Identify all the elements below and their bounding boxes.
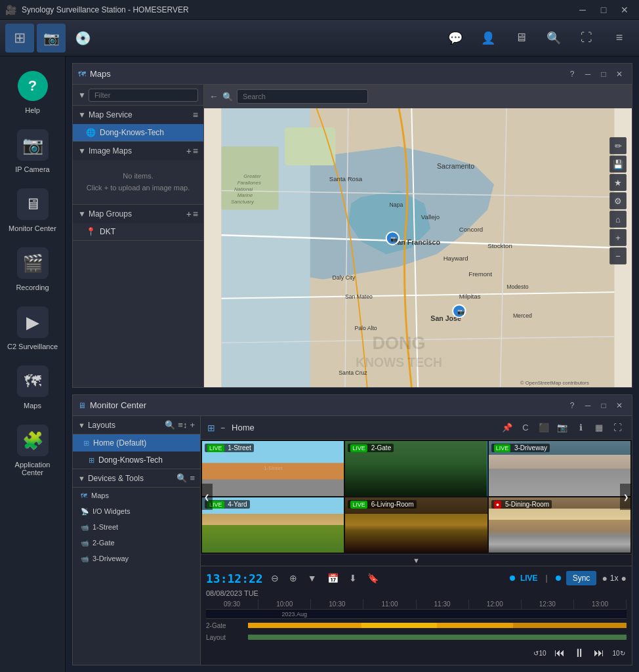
maximize-button[interactable]: □ <box>594 3 613 16</box>
mh-pin-button[interactable]: 📌 <box>499 420 515 436</box>
device-street-item[interactable]: 📹 1-Street <box>73 519 200 535</box>
map-service-menu-icon[interactable]: ≡ <box>193 110 198 120</box>
monitor-help-button[interactable]: ? <box>565 398 579 413</box>
tl-zoom-out-button[interactable]: ⊖ <box>268 572 281 585</box>
layouts-search-icon[interactable]: 🔍 <box>165 420 175 430</box>
map-edit-button[interactable]: ✏ <box>609 137 627 154</box>
map-back-button[interactable]: ← <box>209 91 218 102</box>
maps-restore-button[interactable]: □ <box>596 67 611 81</box>
maps-close-button[interactable]: ✕ <box>612 67 627 81</box>
devices-menu-icon[interactable]: ≡ <box>190 473 195 483</box>
toolbar-user-button[interactable]: 👤 <box>474 24 503 52</box>
sidebar-item-c2[interactable]: ▶ C2 Surveillance <box>3 299 62 356</box>
svg-text:Milpitas: Milpitas <box>459 293 481 300</box>
maps-image-maps-section: ▼ Image Maps + ≡ No items. Click + to up… <box>73 142 203 205</box>
layout-home-item[interactable]: ⊞ Home (Default) <box>73 434 200 452</box>
cam-track-label: 2-Gate <box>206 622 245 629</box>
pb-next-button[interactable]: ⏭ <box>591 645 607 661</box>
cam-track[interactable] <box>248 623 627 628</box>
map-groups-header[interactable]: ▼ Map Groups + ≡ <box>73 205 203 223</box>
camera-cell-dining[interactable]: ● 5-Dining-Room <box>489 497 630 553</box>
image-maps-menu-icon[interactable]: ≡ <box>193 146 198 156</box>
device-gate-item[interactable]: 📹 2-Gate <box>73 535 200 551</box>
sidebar-item-maps[interactable]: 🗺 Maps <box>3 358 62 415</box>
tl-filter-button[interactable]: ▼ <box>305 572 320 585</box>
map-zoom-in-button[interactable]: + <box>609 229 627 246</box>
tl-bookmark-button[interactable]: 🔖 <box>365 572 381 585</box>
map-star-button[interactable]: ★ <box>609 174 627 191</box>
grid-scroll-right[interactable]: ❯ <box>620 484 632 510</box>
map-settings-button[interactable]: ⚙ <box>609 192 627 209</box>
toolbar-apps-button[interactable]: ⊞ <box>5 24 34 52</box>
device-driveway-item[interactable]: 📹 3-Driveway <box>73 551 200 566</box>
layout-track[interactable] <box>248 635 627 640</box>
pb-rewind-10-button[interactable]: ↺10 <box>532 645 548 661</box>
image-maps-header[interactable]: ▼ Image Maps + ≡ <box>73 142 203 160</box>
maps-help-button[interactable]: ? <box>565 67 579 81</box>
sidebar-item-recording[interactable]: 🎬 Recording <box>3 240 62 297</box>
mh-snap-button[interactable]: 📷 <box>554 420 570 436</box>
camera-cell-yard[interactable]: LIVE 4-Yard <box>202 497 344 553</box>
mh-expand-button[interactable]: ⛶ <box>609 420 625 436</box>
map-zoom-out-button[interactable]: − <box>609 247 627 264</box>
camera-cell-driveway[interactable]: LIVE 3-Driveway <box>489 441 630 496</box>
toolbar-chat-button[interactable]: 💬 <box>441 24 470 52</box>
monitor-restore-button[interactable]: □ <box>596 398 611 413</box>
pb-play-button[interactable]: ⏸ <box>571 645 587 661</box>
mh-camera-button[interactable]: C <box>518 420 533 436</box>
toolbar-fullscreen-button[interactable]: ⛶ <box>572 24 601 52</box>
monitor-minimize-button[interactable]: ─ <box>581 398 595 413</box>
mh-layout-button[interactable]: ▦ <box>591 420 607 436</box>
maps-minimize-button[interactable]: ─ <box>581 67 595 81</box>
mh-record-button[interactable]: ⬛ <box>536 420 552 436</box>
sidebar-item-help[interactable]: ? Help <box>3 63 62 119</box>
device-io-item[interactable]: 📡 I/O Widgets <box>73 503 200 519</box>
devices-section-header[interactable]: ▼ Devices & Tools 🔍 ≡ <box>73 469 200 488</box>
device-maps-item[interactable]: 🗺 Maps <box>73 488 200 503</box>
map-service-dong-item[interactable]: 🌐 Dong-Knows-Tech <box>73 124 203 141</box>
layouts-add-icon[interactable]: + <box>190 420 195 430</box>
tl-calendar-button[interactable]: 📅 <box>325 572 341 585</box>
close-button[interactable]: ✕ <box>615 3 634 16</box>
layouts-sort-icon[interactable]: ≡↕ <box>178 420 187 430</box>
sync-button[interactable]: Sync <box>566 571 597 585</box>
camera-cell-gate[interactable]: LIVE 2-Gate <box>345 441 487 496</box>
toolbar-disk-button[interactable]: 💿 <box>68 24 97 52</box>
image-maps-add-icon[interactable]: + <box>186 146 192 156</box>
minimize-button[interactable]: ─ <box>573 3 592 16</box>
pb-forward-10-button[interactable]: 10↻ <box>611 645 627 661</box>
speed-minus-button[interactable]: ● <box>602 573 607 583</box>
pb-prev-button[interactable]: ⏮ <box>552 645 567 661</box>
mh-info-button[interactable]: ℹ <box>573 420 588 436</box>
home-view-label: Home <box>232 423 494 432</box>
svg-text:1-Street: 1-Street <box>264 465 283 471</box>
map-search-input[interactable] <box>237 89 368 104</box>
tl-download-button[interactable]: ⬇ <box>346 572 360 585</box>
sidebar-item-ip-camera[interactable]: 📷 IP Camera <box>3 122 62 178</box>
map-home-button[interactable]: ⌂ <box>609 211 627 228</box>
tl-zoom-in-button[interactable]: ⊕ <box>287 572 300 585</box>
map-save-button[interactable]: 💾 <box>609 156 627 173</box>
speed-plus-button[interactable]: ● <box>621 573 627 583</box>
sidebar-item-app-center[interactable]: 🧩 Application Center <box>3 417 62 482</box>
toolbar-camera-button[interactable]: 📷 <box>37 24 66 52</box>
toolbar-menu-button[interactable]: ≡ <box>605 24 634 52</box>
maps-filter-input[interactable] <box>89 89 198 102</box>
toolbar-search-button[interactable]: 🔍 <box>539 24 568 52</box>
map-groups-add-icon[interactable]: + <box>186 209 192 219</box>
map-service-header[interactable]: ▼ Map Service ≡ <box>73 106 203 124</box>
grid-scroll-left[interactable]: ❮ <box>201 484 213 510</box>
camera-cell-living[interactable]: LIVE 6-Living-Room <box>345 497 487 553</box>
date-row: 08/08/2023 TUE <box>206 587 627 599</box>
monitor-close-button[interactable]: ✕ <box>612 398 627 413</box>
devices-search-icon[interactable]: 🔍 <box>176 473 187 483</box>
layout-track-row: Layout <box>206 632 627 642</box>
grid-expand-row[interactable]: ▼ <box>201 554 632 566</box>
sidebar-item-monitor-center[interactable]: 🖥 Monitor Center <box>3 181 62 238</box>
toolbar-monitor-button[interactable]: 🖥 <box>506 24 535 52</box>
map-group-dkt-item[interactable]: 📍 DKT <box>73 223 203 240</box>
camera-cell-street[interactable]: 1-Street LIVE 1-Street <box>202 441 344 496</box>
layouts-section-header[interactable]: ▼ Layouts 🔍 ≡↕ + <box>73 416 200 434</box>
layout-dong-item[interactable]: ⊞ Dong-Knows-Tech <box>73 452 200 469</box>
map-groups-menu-icon[interactable]: ≡ <box>193 209 198 219</box>
